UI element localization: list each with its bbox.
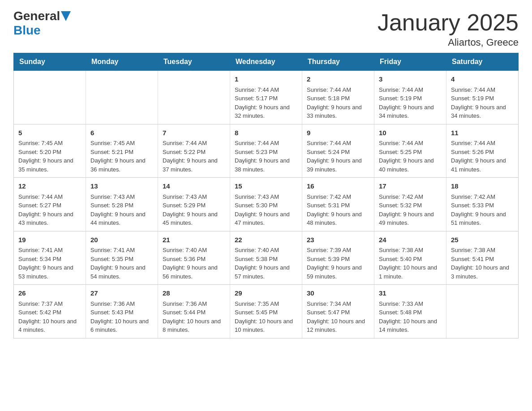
calendar-cell: 9Sunrise: 7:44 AM Sunset: 5:24 PM Daylig…	[302, 124, 374, 178]
cell-day-number: 8	[235, 128, 297, 138]
cell-day-number: 15	[235, 181, 297, 192]
cell-info: Sunrise: 7:33 AM Sunset: 5:48 PM Dayligh…	[379, 300, 442, 334]
calendar-cell: 19Sunrise: 7:41 AM Sunset: 5:34 PM Dayli…	[14, 231, 86, 285]
calendar-cell: 28Sunrise: 7:36 AM Sunset: 5:44 PM Dayli…	[158, 285, 230, 338]
calendar-cell	[446, 285, 519, 338]
day-header-tuesday: Tuesday	[158, 53, 230, 71]
calendar-cell: 17Sunrise: 7:42 AM Sunset: 5:32 PM Dayli…	[374, 178, 446, 231]
cell-day-number: 23	[307, 235, 369, 245]
cell-day-number: 13	[90, 181, 153, 192]
cell-info: Sunrise: 7:41 AM Sunset: 5:35 PM Dayligh…	[90, 246, 153, 281]
cell-day-number: 27	[90, 288, 153, 299]
cell-info: Sunrise: 7:38 AM Sunset: 5:40 PM Dayligh…	[379, 246, 442, 281]
logo-general-text: General	[13, 9, 60, 23]
calendar-cell: 30Sunrise: 7:34 AM Sunset: 5:47 PM Dayli…	[302, 285, 374, 338]
calendar-cell: 24Sunrise: 7:38 AM Sunset: 5:40 PM Dayli…	[374, 231, 446, 285]
cell-info: Sunrise: 7:34 AM Sunset: 5:47 PM Dayligh…	[307, 300, 369, 334]
cell-day-number: 31	[379, 288, 442, 299]
day-header-saturday: Saturday	[446, 53, 519, 71]
cell-info: Sunrise: 7:44 AM Sunset: 5:27 PM Dayligh…	[18, 193, 81, 227]
cell-day-number: 16	[307, 181, 369, 192]
title-block: January 2025 Aliartos, Greece	[378, 9, 519, 48]
cell-day-number: 26	[18, 288, 81, 299]
cell-day-number: 14	[163, 181, 225, 192]
calendar-cell	[86, 71, 158, 124]
cell-day-number: 24	[379, 235, 442, 245]
cell-info: Sunrise: 7:36 AM Sunset: 5:43 PM Dayligh…	[90, 300, 153, 334]
page-header: General Blue January 2025 Aliartos, Gree…	[13, 9, 519, 48]
cell-info: Sunrise: 7:45 AM Sunset: 5:21 PM Dayligh…	[90, 139, 153, 174]
cell-day-number: 29	[235, 288, 297, 299]
cell-info: Sunrise: 7:41 AM Sunset: 5:34 PM Dayligh…	[18, 246, 81, 281]
calendar-cell: 13Sunrise: 7:43 AM Sunset: 5:28 PM Dayli…	[86, 178, 158, 231]
day-header-friday: Friday	[374, 53, 446, 71]
cell-day-number: 5	[18, 128, 81, 138]
cell-day-number: 28	[163, 288, 225, 299]
cell-day-number: 4	[451, 74, 514, 85]
day-header-wednesday: Wednesday	[230, 53, 302, 71]
cell-day-number: 21	[163, 235, 225, 245]
calendar-body: 1Sunrise: 7:44 AM Sunset: 5:17 PM Daylig…	[14, 71, 519, 338]
cell-day-number: 18	[451, 181, 514, 192]
week-row-1: 1Sunrise: 7:44 AM Sunset: 5:17 PM Daylig…	[14, 71, 519, 124]
calendar-cell: 25Sunrise: 7:38 AM Sunset: 5:41 PM Dayli…	[446, 231, 519, 285]
calendar-cell: 26Sunrise: 7:37 AM Sunset: 5:42 PM Dayli…	[14, 285, 86, 338]
cell-day-number: 30	[307, 288, 369, 299]
calendar-cell: 14Sunrise: 7:43 AM Sunset: 5:29 PM Dayli…	[158, 178, 230, 231]
calendar-cell: 31Sunrise: 7:33 AM Sunset: 5:48 PM Dayli…	[374, 285, 446, 338]
cell-info: Sunrise: 7:44 AM Sunset: 5:25 PM Dayligh…	[379, 139, 442, 174]
week-row-4: 19Sunrise: 7:41 AM Sunset: 5:34 PM Dayli…	[14, 231, 519, 285]
cell-info: Sunrise: 7:35 AM Sunset: 5:45 PM Dayligh…	[235, 300, 297, 334]
cell-day-number: 19	[18, 235, 81, 245]
cell-info: Sunrise: 7:38 AM Sunset: 5:41 PM Dayligh…	[451, 246, 514, 281]
calendar-cell: 3Sunrise: 7:44 AM Sunset: 5:19 PM Daylig…	[374, 71, 446, 124]
cell-day-number: 22	[235, 235, 297, 245]
calendar-cell: 10Sunrise: 7:44 AM Sunset: 5:25 PM Dayli…	[374, 124, 446, 178]
week-row-2: 5Sunrise: 7:45 AM Sunset: 5:20 PM Daylig…	[14, 124, 519, 178]
calendar-cell: 5Sunrise: 7:45 AM Sunset: 5:20 PM Daylig…	[14, 124, 86, 178]
calendar-cell: 4Sunrise: 7:44 AM Sunset: 5:19 PM Daylig…	[446, 71, 519, 124]
logo-triangle-icon	[61, 11, 71, 21]
calendar-header: SundayMondayTuesdayWednesdayThursdayFrid…	[14, 53, 519, 71]
cell-info: Sunrise: 7:44 AM Sunset: 5:19 PM Dayligh…	[379, 86, 442, 120]
day-header-sunday: Sunday	[14, 53, 86, 71]
calendar-cell: 29Sunrise: 7:35 AM Sunset: 5:45 PM Dayli…	[230, 285, 302, 338]
cell-info: Sunrise: 7:44 AM Sunset: 5:18 PM Dayligh…	[307, 86, 369, 120]
cell-info: Sunrise: 7:43 AM Sunset: 5:30 PM Dayligh…	[235, 193, 297, 227]
calendar-cell: 2Sunrise: 7:44 AM Sunset: 5:18 PM Daylig…	[302, 71, 374, 124]
day-header-row: SundayMondayTuesdayWednesdayThursdayFrid…	[14, 53, 519, 71]
cell-info: Sunrise: 7:44 AM Sunset: 5:22 PM Dayligh…	[163, 139, 225, 174]
cell-info: Sunrise: 7:42 AM Sunset: 5:32 PM Dayligh…	[379, 193, 442, 227]
cell-info: Sunrise: 7:39 AM Sunset: 5:39 PM Dayligh…	[307, 246, 369, 281]
calendar-cell: 16Sunrise: 7:42 AM Sunset: 5:31 PM Dayli…	[302, 178, 374, 231]
day-header-thursday: Thursday	[302, 53, 374, 71]
cell-info: Sunrise: 7:43 AM Sunset: 5:28 PM Dayligh…	[90, 193, 153, 227]
day-header-monday: Monday	[86, 53, 158, 71]
calendar-subtitle: Aliartos, Greece	[378, 37, 519, 48]
cell-day-number: 20	[90, 235, 153, 245]
svg-marker-0	[61, 11, 71, 21]
calendar-cell: 21Sunrise: 7:40 AM Sunset: 5:36 PM Dayli…	[158, 231, 230, 285]
cell-info: Sunrise: 7:36 AM Sunset: 5:44 PM Dayligh…	[163, 300, 225, 334]
cell-info: Sunrise: 7:44 AM Sunset: 5:23 PM Dayligh…	[235, 139, 297, 174]
cell-info: Sunrise: 7:45 AM Sunset: 5:20 PM Dayligh…	[18, 139, 81, 174]
cell-day-number: 25	[451, 235, 514, 245]
cell-info: Sunrise: 7:44 AM Sunset: 5:24 PM Dayligh…	[307, 139, 369, 174]
cell-day-number: 6	[90, 128, 153, 138]
cell-info: Sunrise: 7:40 AM Sunset: 5:36 PM Dayligh…	[163, 246, 225, 281]
cell-info: Sunrise: 7:42 AM Sunset: 5:33 PM Dayligh…	[451, 193, 514, 227]
cell-info: Sunrise: 7:44 AM Sunset: 5:17 PM Dayligh…	[235, 86, 297, 120]
cell-day-number: 12	[18, 181, 81, 192]
calendar-cell: 20Sunrise: 7:41 AM Sunset: 5:35 PM Dayli…	[86, 231, 158, 285]
calendar-cell: 8Sunrise: 7:44 AM Sunset: 5:23 PM Daylig…	[230, 124, 302, 178]
calendar-cell	[158, 71, 230, 124]
calendar-cell: 18Sunrise: 7:42 AM Sunset: 5:33 PM Dayli…	[446, 178, 519, 231]
cell-info: Sunrise: 7:44 AM Sunset: 5:19 PM Dayligh…	[451, 86, 514, 120]
cell-info: Sunrise: 7:40 AM Sunset: 5:38 PM Dayligh…	[235, 246, 297, 281]
calendar-cell: 1Sunrise: 7:44 AM Sunset: 5:17 PM Daylig…	[230, 71, 302, 124]
logo-blue-text: Blue	[13, 23, 41, 38]
calendar-cell: 23Sunrise: 7:39 AM Sunset: 5:39 PM Dayli…	[302, 231, 374, 285]
calendar-cell: 11Sunrise: 7:44 AM Sunset: 5:26 PM Dayli…	[446, 124, 519, 178]
week-row-3: 12Sunrise: 7:44 AM Sunset: 5:27 PM Dayli…	[14, 178, 519, 231]
calendar-cell: 15Sunrise: 7:43 AM Sunset: 5:30 PM Dayli…	[230, 178, 302, 231]
